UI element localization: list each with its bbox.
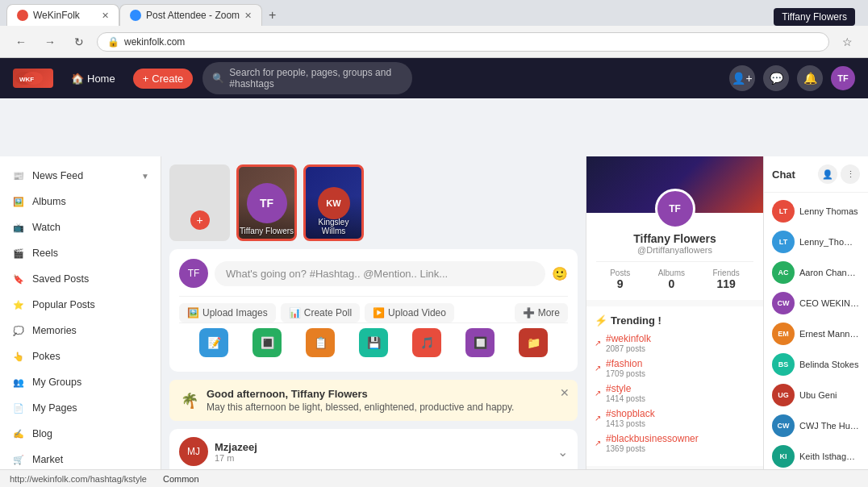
chat-item-ernest[interactable]: EM Ernest Manning Jr. (764, 318, 868, 349)
chat-item-ubu[interactable]: UG Ubu Geni (764, 380, 868, 410)
reload-button[interactable]: ↻ (68, 31, 90, 53)
shortcut-1[interactable]: 📝 (199, 328, 228, 357)
forward-button[interactable]: → (39, 31, 61, 53)
sidebar-item-watch[interactable]: 📺 Watch (0, 214, 161, 240)
stat-friends-label: Friends (712, 268, 739, 277)
sidebar-item-my-groups[interactable]: 👥 My Groups (0, 369, 161, 395)
chat-avatar-lenny2: LT (772, 231, 795, 253)
post-input[interactable]: What's going on? #Hashtag.. @Mention.. L… (215, 261, 545, 286)
trending-tag-1: #wekinfolk (606, 333, 651, 344)
tab-zoom[interactable]: Post Attendee - Zoom ✕ (119, 4, 262, 26)
sidebar-item-pokes[interactable]: 👆 Pokes (0, 343, 161, 369)
trending-item-5[interactable]: ↗ #blackbusinessowner 1369 posts (595, 433, 755, 453)
sidebar-item-albums[interactable]: 🖼️ Albums (0, 189, 161, 214)
user-avatar-nav[interactable]: TF (831, 66, 855, 90)
shortcut-4[interactable]: 💾 (359, 328, 388, 357)
chat-item-cwj[interactable]: CW CWJ The Human (764, 410, 868, 441)
more-btn[interactable]: ➕ More (515, 303, 568, 323)
profile-avatar: TF (655, 189, 695, 229)
main-search[interactable]: 🔍 Search for people, pages, groups and #… (202, 62, 412, 94)
trending-item-4[interactable]: ↗ #shopblack 1413 posts (595, 408, 755, 428)
shortcut-2[interactable]: 🔳 (252, 328, 282, 357)
chat-item-lenny[interactable]: LT Lenny Thomas (764, 196, 868, 227)
status-url: http://wekinfolk.com/hashtag/kstyle (10, 474, 147, 484)
address-text: wekinfolk.com (124, 36, 819, 48)
trending-count-2: 1709 posts (606, 369, 645, 378)
shortcut-5[interactable]: 🎵 (412, 328, 441, 357)
stat-albums: Albums 0 (658, 268, 685, 290)
notifications-button[interactable]: 🔔 (797, 65, 823, 91)
sidebar-item-blog[interactable]: ✍️ Blog (0, 421, 161, 447)
sidebar-item-memories[interactable]: 💭 Memories (0, 318, 161, 343)
news-feed-label: News Feed (32, 170, 83, 181)
address-bar[interactable]: 🔒 wekinfolk.com (97, 32, 829, 52)
chat-item-aaron-c[interactable]: AC Aaron Chandler (764, 257, 868, 288)
my-pages-label: My Pages (32, 402, 77, 414)
story-add[interactable]: + (169, 164, 230, 241)
post-menu-btn[interactable]: ⌄ (557, 444, 568, 460)
chat-item-belinda[interactable]: BS Belinda Stokes (764, 349, 868, 380)
chat-name-cwj: CWJ The Human (799, 421, 860, 431)
chat-avatar-belinda: BS (772, 353, 795, 376)
chat-item-ceo[interactable]: CW CEO WEKINFOLK (764, 288, 868, 318)
post-username: Mzjazeej (215, 441, 551, 453)
stat-albums-label: Albums (658, 268, 685, 277)
browser-chrome: WeKinFolk ✕ Post Attendee - Zoom ✕ + Tif… (0, 0, 868, 58)
browser-actions: ☆ (836, 31, 858, 53)
sidebar-item-popular-posts[interactable]: ⭐ Popular Posts (0, 292, 161, 318)
alert-box: ✕ 🌴 Good afternoon, Tiffany Flowers May … (169, 380, 578, 421)
chat-name-ernest: Ernest Manning Jr. (799, 329, 860, 339)
chat-options-btn[interactable]: ⋮ (841, 164, 860, 184)
story-kingsley-label: Kingsley Willms (306, 218, 361, 235)
sidebar-item-my-pages[interactable]: 📄 My Pages (0, 395, 161, 421)
add-story-btn[interactable]: + (190, 210, 210, 230)
my-pages-icon: 📄 (11, 401, 26, 415)
tab-zoom-close[interactable]: ✕ (244, 10, 252, 21)
trending-item-3[interactable]: ↗ #style 1414 posts (595, 383, 755, 403)
sidebar-item-news-feed[interactable]: 📰 News Feed ▼ (0, 163, 161, 189)
chat-title: Chat (772, 169, 795, 181)
trending-item-1[interactable]: ↗ #wekinfolk 2087 posts (595, 333, 755, 353)
trending-section: ⚡ Trending ! ↗ #wekinfolk 2087 posts ↗ #… (586, 306, 763, 466)
nav-create-button[interactable]: + Create (133, 69, 194, 89)
upload-images-icon: 🖼️ (187, 307, 199, 318)
chat-avatar-ubu: UG (772, 384, 795, 406)
new-tab-button[interactable]: + (262, 5, 282, 26)
search-placeholder: Search for people, pages, groups and #ha… (229, 67, 403, 89)
back-button[interactable]: ← (10, 31, 32, 53)
story-tiffany[interactable]: TF Tiffany Flowers (236, 164, 297, 241)
messenger-button[interactable]: 💬 (763, 65, 789, 91)
shortcut-7[interactable]: 📁 (519, 328, 548, 357)
shortcut-3[interactable]: 📋 (306, 328, 335, 357)
stat-albums-value: 0 (658, 277, 685, 290)
bookmark-button[interactable]: ☆ (836, 31, 858, 53)
blog-label: Blog (32, 428, 52, 439)
tab-wekinfolk[interactable]: WeKinFolk ✕ (6, 4, 119, 26)
nav-home[interactable]: 🏠 Home (63, 68, 123, 89)
story-tiffany-label: Tiffany Flowers (239, 227, 294, 235)
trending-item-2[interactable]: ↗ #fashion 1709 posts (595, 358, 755, 378)
story-kingsley[interactable]: KW Kingsley Willms (303, 164, 364, 241)
sidebar-item-reels[interactable]: 🎬 Reels (0, 240, 161, 266)
chat-add-btn[interactable]: 👤 (818, 164, 837, 184)
user-tab-label: Tiffany Flowers (782, 11, 847, 23)
reels-label: Reels (32, 248, 58, 259)
search-icon: 🔍 (212, 73, 224, 84)
upload-video-btn[interactable]: ▶️ Upload Video (365, 303, 454, 323)
upload-images-btn[interactable]: 🖼️ Upload Images (179, 303, 276, 323)
alert-close-btn[interactable]: ✕ (560, 386, 570, 399)
add-friend-button[interactable]: 👤+ (729, 65, 755, 91)
trending-content-4: #shopblack 1413 posts (606, 408, 655, 428)
browser-tabs: WeKinFolk ✕ Post Attendee - Zoom ✕ + Tif… (0, 0, 868, 26)
post-emoji-btn[interactable]: 🙂 (552, 266, 568, 281)
sidebar-item-saved-posts[interactable]: 🔖 Saved Posts (0, 266, 161, 292)
profile-name: Tiffany Flowers (596, 232, 753, 245)
tab-close-btn[interactable]: ✕ (102, 10, 109, 21)
create-icon: + (143, 73, 149, 85)
chat-item-lenny2[interactable]: LT Lenny_Thomas2 (764, 227, 868, 257)
story-avatar: TF (247, 183, 287, 223)
shortcut-6[interactable]: 🔲 (465, 328, 495, 357)
chat-item-keith[interactable]: KI Keith Isthagovernment (764, 441, 868, 472)
create-poll-btn[interactable]: 📊 Create Poll (281, 303, 360, 323)
logo[interactable]: WKF (13, 69, 53, 88)
